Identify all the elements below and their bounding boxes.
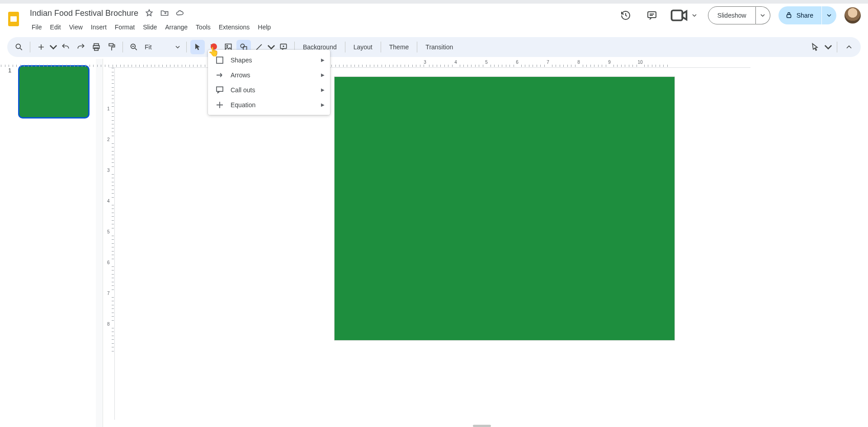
callout-icon xyxy=(215,85,224,95)
menu-file[interactable]: File xyxy=(28,22,46,33)
arrow-icon xyxy=(215,71,224,80)
transition-button[interactable]: Transition xyxy=(421,41,458,53)
menu-extensions[interactable]: Extensions xyxy=(215,22,253,33)
share-label: Share xyxy=(797,12,813,19)
shape-menu-callouts[interactable]: Call outs ▶ xyxy=(208,82,330,97)
svg-point-5 xyxy=(16,44,20,48)
move-folder-icon[interactable] xyxy=(160,9,169,18)
ruler-tick-label: 8 xyxy=(107,322,110,327)
shape-menu-label: Shapes xyxy=(231,57,252,64)
search-menus-button[interactable] xyxy=(12,40,26,54)
svg-rect-16 xyxy=(217,57,223,63)
vertical-ruler[interactable]: 12345678 xyxy=(106,68,115,420)
svg-point-12 xyxy=(226,45,228,47)
menu-edit[interactable]: Edit xyxy=(47,22,65,33)
ruler-tick-label: 2 xyxy=(107,137,110,142)
meet-button[interactable] xyxy=(669,6,700,24)
filmstrip[interactable]: 1 xyxy=(0,59,96,427)
menu-insert[interactable]: Insert xyxy=(87,22,110,33)
submenu-arrow-icon: ▶ xyxy=(321,57,325,62)
ruler-tick-label: 1 xyxy=(107,106,110,111)
share-button[interactable]: Share xyxy=(778,6,821,24)
menu-tools[interactable]: Tools xyxy=(192,22,214,33)
submenu-arrow-icon: ▶ xyxy=(321,87,325,92)
star-icon[interactable] xyxy=(145,9,154,18)
docs-header: Indian Food Festival Brochure File Edit … xyxy=(0,4,868,33)
browser-chrome-bar xyxy=(0,0,868,4)
svg-rect-9 xyxy=(109,44,113,46)
slide-thumbnail-row[interactable]: 1 xyxy=(8,65,91,119)
submenu-arrow-icon: ▶ xyxy=(321,72,325,77)
layout-label: Layout xyxy=(354,43,373,51)
ruler-tick-label: 8 xyxy=(577,60,580,65)
menu-format[interactable]: Format xyxy=(111,22,138,33)
new-slide-dropdown-icon[interactable] xyxy=(49,40,57,54)
hide-menus-button[interactable] xyxy=(842,40,856,54)
menu-slide[interactable]: Slide xyxy=(139,22,160,33)
ruler-tick-label: 5 xyxy=(485,60,488,65)
slide-canvas[interactable] xyxy=(335,77,675,340)
document-title[interactable]: Indian Food Festival Brochure xyxy=(28,8,140,19)
zoom-tool-button[interactable] xyxy=(127,40,141,54)
svg-rect-3 xyxy=(671,10,682,20)
ruler-tick-label: 5 xyxy=(107,229,110,234)
speaker-notes-drag-handle[interactable] xyxy=(473,425,491,427)
cloud-status-icon[interactable] xyxy=(175,9,184,18)
shape-dropdown-menu: Shapes ▶ Arrows ▶ Call outs ▶ Equation ▶ xyxy=(208,50,330,115)
shape-menu-equation[interactable]: Equation ▶ xyxy=(208,97,330,112)
undo-button[interactable] xyxy=(58,40,73,54)
print-button[interactable] xyxy=(89,40,104,54)
editing-mode-dropdown-icon[interactable] xyxy=(824,40,832,54)
select-tool-button[interactable] xyxy=(190,40,205,54)
ruler-tick-label: 4 xyxy=(454,60,457,65)
workspace: 1 345678910 12345678 xyxy=(0,59,868,427)
ruler-tick-label: 9 xyxy=(608,60,611,65)
zoom-select[interactable]: Fit xyxy=(142,43,183,51)
paint-format-button[interactable] xyxy=(104,40,119,54)
svg-rect-11 xyxy=(225,44,231,50)
slide-thumbnail[interactable] xyxy=(18,65,90,119)
svg-rect-17 xyxy=(217,87,223,91)
comments-icon[interactable] xyxy=(643,6,661,24)
slideshow-label: Slideshow xyxy=(717,12,746,19)
version-history-icon[interactable] xyxy=(617,6,635,24)
slide-number: 1 xyxy=(8,65,14,74)
chevron-down-icon xyxy=(175,43,180,51)
menu-view[interactable]: View xyxy=(66,22,86,33)
menu-arrange[interactable]: Arrange xyxy=(161,22,191,33)
meet-dropdown-icon[interactable] xyxy=(689,6,700,24)
ruler-tick-label: 4 xyxy=(107,199,110,204)
shape-menu-label: Equation xyxy=(231,101,255,109)
theme-button[interactable]: Theme xyxy=(385,41,414,53)
ruler-tick-label: 10 xyxy=(637,60,642,65)
lock-icon xyxy=(785,11,793,20)
transition-label: Transition xyxy=(425,43,453,51)
ruler-tick-label: 7 xyxy=(107,291,110,296)
share-dropdown-icon[interactable] xyxy=(822,6,836,24)
new-slide-button[interactable] xyxy=(34,40,48,54)
zoom-label: Fit xyxy=(145,43,152,51)
svg-rect-4 xyxy=(787,14,791,18)
shape-menu-label: Arrows xyxy=(231,71,250,79)
editing-mode-icon[interactable] xyxy=(808,40,822,54)
ruler-tick-label: 6 xyxy=(107,260,110,265)
svg-rect-2 xyxy=(648,12,656,18)
svg-point-13 xyxy=(241,44,244,47)
slideshow-button[interactable]: Slideshow xyxy=(708,6,756,24)
layout-button[interactable]: Layout xyxy=(349,41,377,53)
svg-rect-1 xyxy=(10,16,17,22)
account-avatar[interactable] xyxy=(844,7,861,24)
ruler-tick-label: 3 xyxy=(107,168,110,173)
horizontal-ruler[interactable]: 345678910 xyxy=(108,59,750,68)
filmstrip-scrollbar[interactable] xyxy=(96,59,103,427)
redo-button[interactable] xyxy=(74,40,88,54)
theme-label: Theme xyxy=(389,43,409,51)
shape-menu-arrows[interactable]: Arrows ▶ xyxy=(208,67,330,82)
square-icon xyxy=(215,56,224,65)
shape-menu-shapes[interactable]: Shapes ▶ xyxy=(208,52,330,67)
equation-icon xyxy=(215,100,224,109)
ruler-tick-label: 7 xyxy=(547,60,549,65)
slides-logo-icon[interactable] xyxy=(4,9,24,29)
menu-help[interactable]: Help xyxy=(254,22,274,33)
slideshow-dropdown-icon[interactable] xyxy=(756,6,770,24)
